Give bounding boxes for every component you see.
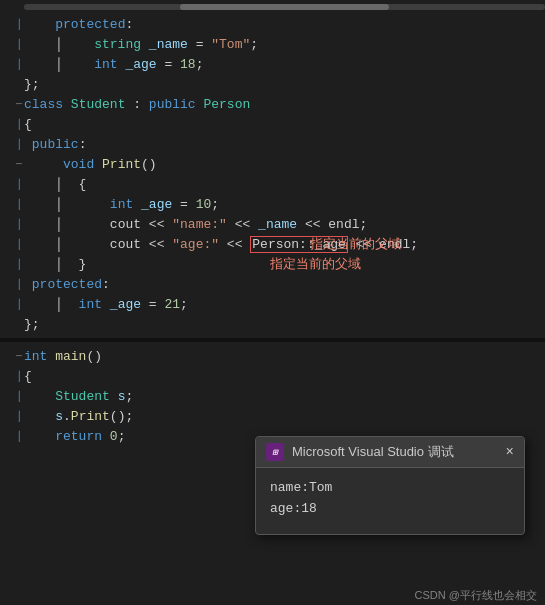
scrollbar[interactable]: [24, 4, 545, 10]
class-token: Student: [55, 389, 110, 404]
plain-token: cout <<: [110, 237, 172, 252]
dialog-close-button[interactable]: ×: [506, 444, 514, 460]
plain-token: [63, 97, 71, 112]
func-token: main: [55, 349, 86, 364]
func-token: Print: [71, 409, 110, 424]
var-token: _name: [258, 217, 297, 232]
plain-token: ;: [250, 37, 258, 52]
plain-token: cout <<: [110, 217, 172, 232]
collapse-icon[interactable]: ─: [14, 159, 24, 170]
code-line: ─ int main (): [0, 346, 545, 366]
plain-token: }: [79, 257, 87, 272]
var-token: s: [118, 389, 126, 404]
plain-token: <<: [219, 237, 250, 252]
plain-token: =: [172, 197, 195, 212]
code-line: │ │ int _age = 18 ;: [0, 54, 545, 74]
collapse-icon: │: [14, 279, 24, 290]
plain-token: };: [24, 77, 40, 92]
collapse-icon: │: [14, 411, 24, 422]
keyword-token: int: [79, 297, 102, 312]
code-line: │ protected :: [0, 14, 545, 34]
collapse-icon: │: [14, 431, 24, 442]
output-line-1: name:Tom: [270, 478, 510, 499]
code-line: │ public :: [0, 134, 545, 154]
plain-token: [47, 349, 55, 364]
keyword-token: int: [24, 349, 47, 364]
keyword-token: public: [149, 97, 196, 112]
keyword-token: int: [110, 197, 133, 212]
plain-token: [110, 389, 118, 404]
code-line: │ {: [0, 366, 545, 386]
collapse-icon[interactable]: ─: [14, 99, 24, 110]
plain-token: {: [24, 369, 32, 384]
plain-token: [24, 409, 55, 424]
plain-token: [141, 37, 149, 52]
type-token: string: [94, 37, 141, 52]
code-line: │ │ cout << "age:" << Person::_age << en…: [0, 234, 545, 254]
plain-token: << endl;: [297, 217, 367, 232]
plain-token: [24, 277, 32, 292]
plain-token: ;: [118, 429, 126, 444]
collapse-icon[interactable]: ─: [14, 351, 24, 362]
plain-token: =: [188, 37, 211, 52]
plain-token: │: [24, 257, 79, 272]
collapse-icon: │: [14, 259, 24, 270]
code-line: │ s . Print ();: [0, 406, 545, 426]
plain-token: [24, 157, 63, 172]
vs-dialog: ⊞ Microsoft Visual Studio 调试 × name:Tom …: [255, 436, 525, 535]
var-token: s: [55, 409, 63, 424]
code-token: │: [24, 37, 94, 52]
code-line: │ │ string _name = "Tom" ;: [0, 34, 545, 54]
plain-token: ;: [125, 389, 133, 404]
plain-token: ;: [196, 57, 204, 72]
plain-token: ;: [211, 197, 219, 212]
plain-token: .: [63, 409, 71, 424]
plain-token: [133, 197, 141, 212]
number-token: 10: [196, 197, 212, 212]
section-divider: [0, 338, 545, 342]
collapse-icon: │: [14, 219, 24, 230]
code-line: │ {: [0, 114, 545, 134]
bottom-bar-text: CSDN @平行线也会相交: [415, 589, 537, 601]
keyword-token: protected: [32, 277, 102, 292]
dialog-title-text: Microsoft Visual Studio 调试: [292, 443, 498, 461]
keyword-token: class: [24, 97, 63, 112]
var-token: _age: [125, 57, 156, 72]
collapse-icon: │: [14, 391, 24, 402]
plain-token: :: [125, 17, 133, 32]
plain-token: [24, 137, 32, 152]
class-token: Student: [71, 97, 126, 112]
code-line: │ │ int _age = 21 ;: [0, 294, 545, 314]
code-line: │ │ int _age = 10 ;: [0, 194, 545, 214]
plain-token: ();: [110, 409, 133, 424]
collapse-icon: │: [14, 199, 24, 210]
plain-token: {: [79, 177, 87, 192]
class-token: Person: [203, 97, 250, 112]
code-line: ─ void Print (): [0, 154, 545, 174]
collapse-icon: │: [14, 39, 24, 50]
keyword-token: protected: [55, 17, 125, 32]
plain-token: [24, 429, 55, 444]
dialog-title-bar: ⊞ Microsoft Visual Studio 调试 ×: [256, 437, 524, 468]
plain-token: │: [24, 297, 79, 312]
number-token: 18: [180, 57, 196, 72]
annotation-label: 指定当前的父域: [270, 255, 361, 273]
code-line: │ protected :: [0, 274, 545, 294]
number-token: 21: [164, 297, 180, 312]
collapse-icon: │: [14, 139, 24, 150]
plain-token: [102, 429, 110, 444]
keyword-token: int: [94, 57, 117, 72]
collapse-icon: │: [14, 119, 24, 130]
var-token: _age: [110, 297, 141, 312]
collapse-icon: │: [14, 299, 24, 310]
bottom-bar: CSDN @平行线也会相交: [407, 586, 545, 605]
collapse-icon[interactable]: │: [14, 19, 24, 30]
plain-token: [94, 157, 102, 172]
plain-token: ;: [180, 297, 188, 312]
plain-token: {: [24, 117, 32, 132]
plain-token: [196, 97, 204, 112]
collapse-icon: │: [14, 239, 24, 250]
code-editor: │ protected : │ │ string _name = "Tom" ;…: [0, 0, 545, 605]
var-token: _age: [141, 197, 172, 212]
plain-token: };: [24, 317, 40, 332]
